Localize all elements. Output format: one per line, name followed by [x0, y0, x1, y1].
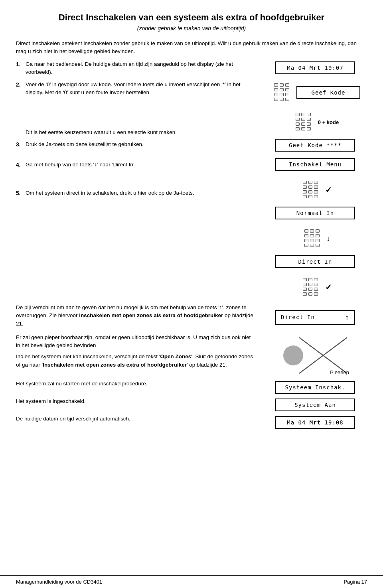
direct-in-arrow-text: Direct In [281, 314, 315, 320]
body-row-4: Het systeem is ingeschakeld. Systeem Aan [16, 397, 367, 412]
keypad-geef-kode: Geef Kode [270, 81, 360, 104]
display-box-direct-in-1: Direct In [275, 255, 355, 268]
keypad-icon-1 [270, 83, 294, 103]
step-1-text: Ga naar het bediendeel. De huidige datum… [26, 60, 251, 77]
display-geef-kode-stars: Geef Kode **** [263, 138, 367, 153]
display-datetime-end-area: Ma 04 Mrt 19:08 [263, 415, 367, 430]
body-row-1: De pijl verschijnt om aan te geven dat h… [16, 304, 367, 331]
keypad-icon-5 [299, 277, 323, 297]
left-column: 1. Ga naar het bediendeel. De huidige da… [16, 60, 255, 300]
keypad-icon-2 [292, 112, 316, 132]
step-5-num: 5. [16, 189, 22, 197]
display-normaal-in: Normaal In [263, 205, 367, 221]
display-direct-in-1: Direct In [263, 254, 367, 269]
step-3: 3. Druk de Ja-toets om deze keuzelijst t… [16, 140, 251, 149]
body-text-1: De pijl verschijnt om aan te geven dat h… [16, 304, 255, 331]
step-2-text: Voer de ‘0’ in gevolgd door uw kode. Voo… [26, 81, 251, 97]
arrow-down-icon: ↓ [327, 235, 330, 243]
display-box-geef-kode-stars: Geef Kode **** [275, 139, 355, 152]
display-direct-in-with-arrow: Direct In ↑ [275, 310, 355, 325]
body-row-5: De huidige datum en tijd verschijnt auto… [16, 415, 367, 430]
body-text-5: De huidige datum en tijd verschijnt auto… [16, 415, 255, 430]
step-5: 5. Om het systeem direct in te schakelen… [16, 189, 251, 197]
page-title: Direct Inschakelen van een systeem als e… [16, 12, 367, 24]
display-box-systeem-inschak: Systeem Inschak. [275, 381, 355, 394]
step-4: 4. Ga met behulp van de toets ‘↓’ naar ‘… [16, 161, 251, 169]
step-2: 2. Voer de ‘0’ in gevolgd door uw kode. … [16, 81, 251, 97]
body-text-4: Het systeem is ingeschakeld. [16, 397, 255, 412]
right-column: Ma 04 Mrt 19:07 Geef Kode [263, 60, 367, 300]
step-3-num: 3. [16, 140, 22, 149]
body-text-3: Het systeem zal nu starten met de inscha… [16, 380, 255, 395]
display-box-normaal-in: Normaal In [275, 207, 355, 219]
keypad-checkmark-2: ✓ [299, 276, 332, 299]
step-1-num: 1. [16, 60, 22, 77]
keypad-icon-4 [300, 229, 324, 249]
display-direct-in-arrow-area: Direct In ↑ [263, 304, 367, 331]
body-text-2: Er zal geen pieper hoorbaar zijn, omdat … [16, 333, 255, 377]
intro-text: Direct inschakelen betekent inschakelen … [16, 39, 367, 56]
body-row-2: Er zal geen pieper hoorbaar zijn, omdat … [16, 333, 367, 377]
step-5-text: Om het systeem direct in te schakelen, d… [26, 189, 251, 197]
checkmark-icon-2: ✓ [325, 282, 332, 292]
display-systeem-aan-area: Systeem Aan [263, 397, 367, 412]
up-arrow-icon: ↑ [345, 313, 349, 322]
keypad-arrow-down: ↓ [300, 227, 330, 250]
display-box-datetime-end: Ma 04 Mrt 19:08 [275, 416, 355, 429]
display-box-geef-kode: Geef Kode [296, 86, 360, 99]
step-4-text: Ga met behulp van de toets ‘↓’ naar ‘Dir… [26, 161, 251, 169]
footer: Managerhandleiding voor de CD3401 Pagina… [0, 575, 383, 588]
kode-symbol-label: 0 + kode [318, 119, 339, 125]
body-row-3: Het systeem zal nu starten met de inscha… [16, 380, 367, 395]
checkmark-icon: ✓ [325, 185, 332, 195]
step-menu-num [16, 128, 22, 136]
keypad-checkmark: ✓ [299, 178, 332, 201]
display-box-inschakel-menu: Inschakel Menu [275, 158, 355, 171]
step-3-text: Druk de Ja-toets om deze keuzelijst te g… [26, 140, 251, 149]
step-1: 1. Ga naar het bediendeel. De huidige da… [16, 60, 251, 77]
display-box-systeem-aan: Systeem Aan [275, 399, 355, 411]
footer-left: Managerhandleiding voor de CD3401 [16, 579, 102, 585]
footer-right: Pagina 17 [344, 579, 367, 585]
body-section: De pijl verschijnt om aan te geven dat h… [16, 304, 367, 430]
display-datetime: Ma 04 Mrt 19:07 [263, 60, 367, 75]
pieeeep-label: Pieeeep [330, 369, 349, 375]
step-2-num: 2. [16, 81, 22, 97]
keypad-kode-symbol: 0 + kode [292, 110, 339, 134]
keypad-icon-3 [299, 180, 323, 200]
display-inschakel-menu: Inschakel Menu [263, 157, 367, 172]
page-subtitle: (zonder gebruik te maken van de uitloopt… [16, 25, 367, 32]
step-menu-text: Dit is het eerste keuzemenu waaruit u ee… [26, 128, 251, 136]
pieeeep-graphic: Pieeeep [279, 333, 351, 377]
step-menu: Dit is het eerste keuzemenu waaruit u ee… [16, 128, 251, 136]
pieeeep-area: Pieeeep [263, 333, 367, 377]
step-4-num: 4. [16, 161, 22, 169]
display-box-datetime: Ma 04 Mrt 19:07 [275, 61, 355, 74]
display-systeem-inschak-area: Systeem Inschak. [263, 380, 367, 395]
